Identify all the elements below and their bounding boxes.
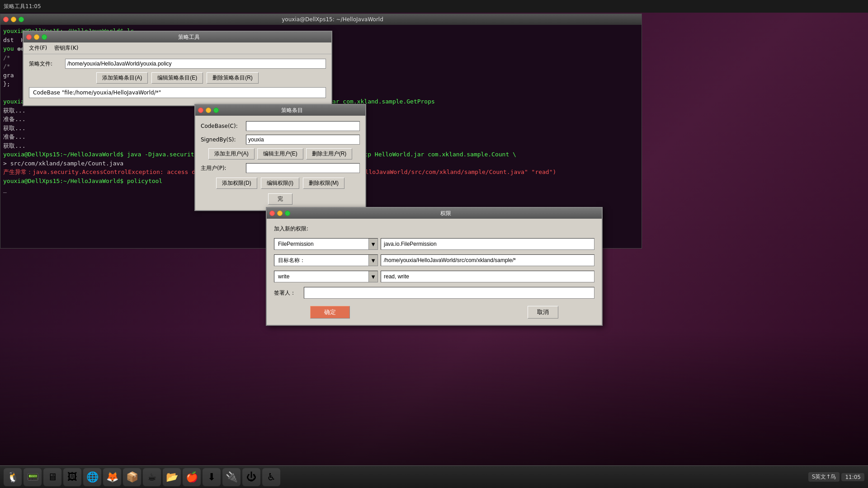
perm-ok-button[interactable]: 确定 [310,306,350,319]
principal-input[interactable] [246,163,360,173]
principal-label-row: 主用户(P): [201,163,360,173]
taskbar-tray: S英文↑鸟 [808,472,840,482]
add-principal-button[interactable]: 添加主用户(A) [208,148,255,160]
terminal-max-button[interactable] [19,17,24,22]
perm-titlebar: 权限 [267,208,602,219]
add-perm-button[interactable]: 添加权限(D) [216,178,257,189]
clock: 11:05 [845,474,861,480]
taskbar: 🐧 📟 🖥 🖼 🌐 🦊 📦 ☕ 📂 🍎 ⬇ 🔌 ⏻ ♿ S英文↑鸟 11:05 [0,465,868,488]
taskbar-icon-display[interactable]: 🖥 [43,468,61,486]
taskbar-time: 11:05 [841,473,864,481]
perm-signer-row: 签署人： [274,287,594,299]
policy-max-button[interactable] [42,34,47,40]
add-perm-label: 加入新的权限: [274,225,594,233]
perm-signer-label: 签署人： [274,289,301,297]
perm-signer-input[interactable] [304,287,594,299]
edit-policy-entry-button[interactable]: 编辑策略条目(E) [151,72,203,84]
perm-close-button[interactable] [269,211,275,216]
taskbar-icon-plugin[interactable]: 🔌 [222,468,241,486]
edit-perm-button[interactable]: 编辑权限(I) [261,178,299,189]
taskbar-right: S英文↑鸟 11:05 [808,472,864,482]
perm-target-input[interactable] [381,254,594,266]
perm-actions-input[interactable] [381,271,594,282]
perm-target-row: 目标名称： ▼ [274,254,594,266]
perm-action-select[interactable]: write read [274,271,377,282]
permission-dialog: 权限 加入新的权限: FilePermission ▼ 目标名称： ▼ [266,207,603,326]
perm-action-row: write read ▼ [274,271,594,282]
perm-type-row: FilePermission ▼ [274,238,594,250]
taskbar-icon-terminal[interactable]: 📟 [24,468,42,486]
perm-class-input[interactable] [381,238,594,250]
entry-title: 策略条目 [221,107,363,114]
codebase-display: CodeBase "file:/home/youxia/HelloJavaWor… [29,87,326,98]
topbar-title: 策略工具 [4,3,25,10]
policy-file-label: 策略文件: [29,60,65,68]
policy-window: 策略工具 文件(F) 密钥库(K) 策略文件: 添加策略条目(A) 编辑策略条目… [23,31,332,106]
signedby-label: SignedBy(S): [201,136,246,143]
delete-principal-button[interactable]: 删除主用户(R) [306,148,353,160]
perm-type-select-wrapper: FilePermission ▼ [274,238,378,250]
terminal-close-button[interactable] [3,17,9,22]
taskbar-icon-firefox[interactable]: 🦊 [103,468,121,486]
entry-max-button[interactable] [213,108,219,113]
topbar-right: 11:05 [25,3,41,9]
perm-title: 权限 [292,210,599,217]
policy-title: 策略工具 [49,33,329,41]
terminal-min-button[interactable] [11,17,16,22]
taskbar-icon-access[interactable]: ♿ [262,468,280,486]
policy-entry-dialog: 策略条目 CodeBase(C): SignedBy(S): 添加主用户(A) … [194,104,366,211]
perm-content: 加入新的权限: FilePermission ▼ 目标名称： ▼ [267,219,602,325]
topbar: 策略工具 11:05 [0,0,868,13]
perm-target-select[interactable]: 目标名称： [274,255,377,266]
taskbar-icon-mac[interactable]: 🍎 [183,468,201,486]
signedby-input[interactable] [246,135,360,145]
codebase-input[interactable] [246,121,360,131]
perm-cancel-button[interactable]: 取消 [528,306,558,319]
perm-dialog-buttons: 确定 取消 [274,306,594,319]
perm-target-select-wrapper: 目标名称： ▼ [274,254,378,266]
policy-content: 策略文件: 添加策略条目(A) 编辑策略条目(E) 删除策略条目(R) Code… [24,54,331,105]
edit-principal-button[interactable]: 编辑主用户(E) [257,148,303,160]
policy-file-input[interactable] [65,59,326,69]
done-button[interactable]: 完 [268,193,292,205]
perm-target-dropdown-arrow[interactable]: ▼ [368,255,377,266]
taskbar-icon-files[interactable]: 📦 [123,468,141,486]
taskbar-icon-globe[interactable]: 🌐 [83,468,101,486]
perm-action-dropdown-arrow[interactable]: ▼ [368,271,377,282]
policy-min-button[interactable] [34,34,39,40]
codebase-row: CodeBase(C): [201,121,360,131]
taskbar-icon-power[interactable]: ⏻ [242,468,260,486]
menu-keystore[interactable]: 密钥库(K) [51,43,82,53]
signedby-row: SignedBy(S): [201,135,360,145]
taskbar-icon-image[interactable]: 🖼 [63,468,81,486]
policy-titlebar: 策略工具 [24,32,331,42]
principal-buttons: 添加主用户(A) 编辑主用户(E) 删除主用户(R) [201,148,360,160]
perm-type-select[interactable]: FilePermission [274,239,377,249]
policy-menubar: 文件(F) 密钥库(K) [24,42,331,54]
perm-min-button[interactable] [277,211,283,216]
add-policy-entry-button[interactable]: 添加策略条目(A) [96,72,148,84]
entry-content: CodeBase(C): SignedBy(S): 添加主用户(A) 编辑主用户… [195,116,365,210]
topbar-time: 11:05 [25,3,41,9]
terminal-title: youxia@DellXps15: ~/HelloJavaWorld [26,16,639,23]
taskbar-icon-download[interactable]: ⬇ [203,468,221,486]
perm-type-dropdown-arrow[interactable]: ▼ [368,239,377,249]
perm-buttons: 添加权限(D) 编辑权限(I) 删除权限(M) [201,178,360,189]
principal-label: 主用户(P): [201,164,246,172]
entry-close-button[interactable] [198,108,203,113]
delete-policy-entry-button[interactable]: 删除策略条目(R) [207,72,259,84]
delete-perm-button[interactable]: 删除权限(M) [303,178,344,189]
policy-file-row: 策略文件: [29,59,326,69]
perm-max-button[interactable] [285,211,290,216]
taskbar-icon-ubuntu[interactable]: 🐧 [4,468,22,486]
principal-section: 主用户(P): [201,163,360,173]
taskbar-icon-java[interactable]: ☕ [143,468,161,486]
taskbar-icon-folder[interactable]: 📂 [163,468,181,486]
terminal-titlebar: youxia@DellXps15: ~/HelloJavaWorld [0,14,642,25]
taskbar-icons: 🐧 📟 🖥 🖼 🌐 🦊 📦 ☕ 📂 🍎 ⬇ 🔌 ⏻ ♿ [4,468,280,486]
tray-text: S英文↑鸟 [812,473,836,481]
menu-file[interactable]: 文件(F) [25,43,51,53]
entry-min-button[interactable] [206,108,211,113]
policy-close-button[interactable] [26,34,32,40]
entry-titlebar: 策略条目 [195,105,365,116]
